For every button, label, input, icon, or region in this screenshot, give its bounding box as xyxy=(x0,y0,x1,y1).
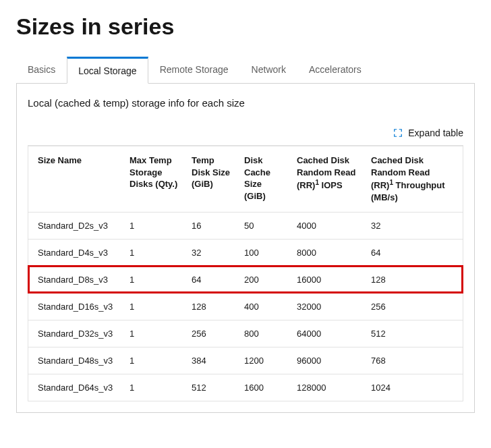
cell-cache: 800 xyxy=(237,320,290,347)
panel-description: Local (cached & temp) storage info for e… xyxy=(28,97,463,109)
cell-qty: 1 xyxy=(123,239,185,266)
tab-remote-storage[interactable]: Remote Storage xyxy=(148,57,240,84)
cell-size_name: Standard_D32s_v3 xyxy=(28,320,123,347)
cell-size_name: Standard_D2s_v3 xyxy=(28,212,123,239)
cell-iops: 64000 xyxy=(290,320,364,347)
cell-qty: 1 xyxy=(123,347,185,374)
th-cached-throughput: Cached Disk Random Read (RR)1 Throughput… xyxy=(364,146,463,213)
th-temp-disk-size: Temp Disk Size (GiB) xyxy=(185,146,237,213)
th-max-temp-disks: Max Temp Storage Disks (Qty.) xyxy=(123,146,185,213)
cell-size_name: Standard_D64s_v3 xyxy=(28,374,123,401)
table-row: Standard_D32s_v3125680064000512 xyxy=(28,320,463,347)
cell-cache: 50 xyxy=(237,212,290,239)
cell-cache: 100 xyxy=(237,239,290,266)
sizes-table: Size Name Max Temp Storage Disks (Qty.) … xyxy=(28,146,463,401)
cell-tp: 32 xyxy=(364,212,463,239)
cell-tp: 768 xyxy=(364,347,463,374)
cell-tp: 64 xyxy=(364,239,463,266)
tab-bar: Basics Local Storage Remote Storage Netw… xyxy=(16,56,475,84)
cell-temp: 32 xyxy=(185,239,237,266)
cell-qty: 1 xyxy=(123,374,185,401)
cell-iops: 8000 xyxy=(290,239,364,266)
th-size-name: Size Name xyxy=(28,146,123,213)
cell-cache: 200 xyxy=(237,266,290,293)
cell-temp: 256 xyxy=(185,320,237,347)
expand-icon xyxy=(393,128,403,138)
tab-panel: Local (cached & temp) storage info for e… xyxy=(16,84,475,413)
cell-size_name: Standard_D8s_v3 xyxy=(28,266,123,293)
cell-temp: 16 xyxy=(185,212,237,239)
tab-accelerators[interactable]: Accelerators xyxy=(297,57,373,84)
cell-qty: 1 xyxy=(123,212,185,239)
cell-size_name: Standard_D4s_v3 xyxy=(28,239,123,266)
cell-temp: 512 xyxy=(185,374,237,401)
cell-tp: 256 xyxy=(364,293,463,320)
expand-table-button[interactable]: Expand table xyxy=(28,128,463,138)
expand-table-label: Expand table xyxy=(408,128,463,138)
table-row: Standard_D4s_v3132100800064 xyxy=(28,239,463,266)
cell-size_name: Standard_D16s_v3 xyxy=(28,293,123,320)
table-row: Standard_D16s_v3112840032000256 xyxy=(28,293,463,320)
tab-local-storage[interactable]: Local Storage xyxy=(67,57,148,84)
table-row: Standard_D48s_v31384120096000768 xyxy=(28,347,463,374)
cell-cache: 1200 xyxy=(237,347,290,374)
cell-qty: 1 xyxy=(123,293,185,320)
cell-temp: 64 xyxy=(185,266,237,293)
cell-iops: 96000 xyxy=(290,347,364,374)
table-row: Standard_D2s_v311650400032 xyxy=(28,212,463,239)
cell-iops: 128000 xyxy=(290,374,364,401)
cell-iops: 4000 xyxy=(290,212,364,239)
cell-cache: 1600 xyxy=(237,374,290,401)
cell-tp: 512 xyxy=(364,320,463,347)
cell-iops: 16000 xyxy=(290,266,364,293)
cell-iops: 32000 xyxy=(290,293,364,320)
cell-size_name: Standard_D48s_v3 xyxy=(28,347,123,374)
table-row: Standard_D8s_v316420016000128 xyxy=(28,266,463,293)
cell-tp: 1024 xyxy=(364,374,463,401)
cell-qty: 1 xyxy=(123,320,185,347)
table-container: Size Name Max Temp Storage Disks (Qty.) … xyxy=(28,145,463,401)
cell-cache: 400 xyxy=(237,293,290,320)
th-disk-cache-size: Disk Cache Size (GiB) xyxy=(237,146,290,213)
table-row: Standard_D64s_v3151216001280001024 xyxy=(28,374,463,401)
tab-network[interactable]: Network xyxy=(240,57,297,84)
page-title: Sizes in series xyxy=(16,13,475,40)
cell-tp: 128 xyxy=(364,266,463,293)
cell-temp: 128 xyxy=(185,293,237,320)
tab-basics[interactable]: Basics xyxy=(16,57,67,84)
cell-qty: 1 xyxy=(123,266,185,293)
cell-temp: 384 xyxy=(185,347,237,374)
th-cached-iops: Cached Disk Random Read (RR)1 IOPS xyxy=(290,146,364,213)
table-header-row: Size Name Max Temp Storage Disks (Qty.) … xyxy=(28,146,463,213)
